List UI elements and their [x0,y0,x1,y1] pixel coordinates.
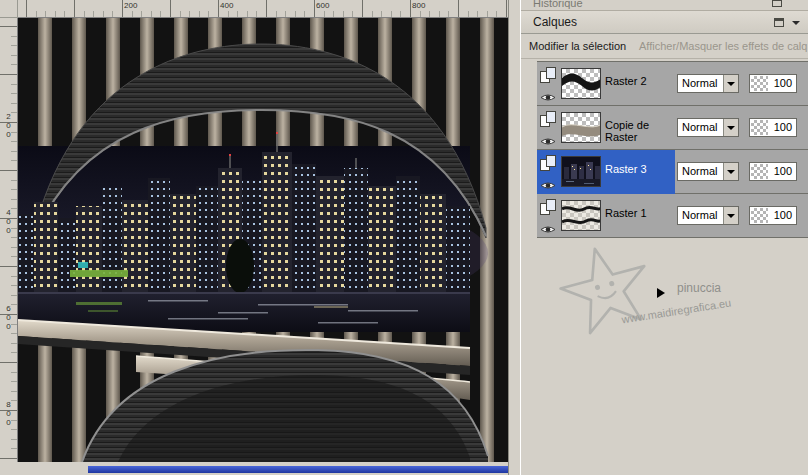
opacity-checker-icon [751,76,768,91]
canvas-artwork [18,18,508,462]
horizontal-ruler: 200 400 600 800 [18,0,508,18]
bottom-strip [18,462,520,475]
layer-select-area[interactable]: Raster 1 [537,194,675,238]
float-panel-icon[interactable] [774,18,784,27]
opacity-checker-icon [751,164,768,179]
ruler-label: 400 [220,1,233,10]
ruler-corner [0,0,18,18]
raster-layer-icon [540,155,558,172]
combo-arrow-icon[interactable] [723,119,738,136]
modify-selection-button[interactable]: Modifier la sélection [529,40,626,52]
watermark-site: www.maidiregrafica.eu [621,296,732,325]
history-panel-header[interactable]: Historique [521,0,808,11]
layer-row-copie-de-raster[interactable]: Copie de Raster Normal 100 [537,106,808,150]
opacity-field[interactable]: 100 [749,162,797,181]
ruler-label: 400 [3,208,13,235]
blend-mode-select[interactable]: Normal [677,74,739,93]
layer-thumbnail [561,112,601,143]
layer-select-area[interactable]: Raster 2 [537,62,675,106]
ruler-label: 600 [3,304,13,331]
combo-arrow-icon[interactable] [723,75,738,92]
image-canvas[interactable] [18,18,508,462]
panel-menu-arrow-icon[interactable] [792,21,800,25]
star-watermark-icon [548,232,665,352]
ruler-label: 200 [3,112,13,139]
raster-layer-icon [540,199,558,216]
visibility-eye-icon[interactable] [540,221,556,233]
layer-name: Copie de Raster [605,119,675,143]
layers-palette: Historique Calques Modifier la sélection… [520,0,808,475]
ruler-label: 800 [412,1,425,10]
visibility-eye-icon[interactable] [540,89,556,101]
layer-name: Raster 2 [605,75,647,87]
visibility-eye-icon[interactable] [540,177,556,189]
layers-toolbar: Modifier la sélection Afficher/Masquer l… [521,34,808,59]
layer-thumbnail [561,68,601,99]
raster-layer-icon [540,111,558,128]
layers-panel-header[interactable]: Calques [521,11,808,34]
ruler-label: 600 [316,1,329,10]
watermark: pinuccia www.maidiregrafica.eu [551,243,801,373]
blend-mode-select[interactable]: Normal [677,118,739,137]
vertical-ruler: 200 400 600 800 [0,18,18,462]
opacity-field[interactable]: 100 [749,74,797,93]
combo-arrow-icon[interactable] [723,207,738,224]
layer-thumbnail [561,156,601,187]
panel-splitter[interactable] [508,0,520,475]
layer-select-area[interactable]: Copie de Raster [537,106,675,150]
window-edge-bar [88,466,526,473]
cursor-arrow [657,288,665,298]
toggle-layer-effects-button[interactable]: Afficher/Masquer les effets de calq [639,40,807,52]
visibility-eye-icon[interactable] [540,133,556,145]
opacity-field[interactable]: 100 [749,118,797,137]
layer-name: Raster 3 [605,163,647,175]
history-title: Historique [533,0,583,9]
blend-mode-select[interactable]: Normal [677,206,739,225]
opacity-checker-icon [751,120,768,135]
layer-thumbnail [561,200,601,231]
opacity-field[interactable]: 100 [749,206,797,225]
raster-layer-icon [540,67,558,84]
blend-mode-select[interactable]: Normal [677,162,739,181]
ruler-label: 200 [124,1,137,10]
layer-name: Raster 1 [605,207,647,219]
layers-list: Raster 2 Normal 100 [537,61,808,238]
opacity-checker-icon [751,208,768,223]
layer-row-raster-2[interactable]: Raster 2 Normal 100 [537,62,808,106]
float-panel-icon[interactable] [772,0,782,7]
ruler-label: 800 [3,400,13,427]
layers-panel-title: Calques [533,15,577,29]
layer-row-raster-1[interactable]: Raster 1 Normal 100 [537,194,808,238]
combo-arrow-icon[interactable] [723,163,738,180]
layer-select-area[interactable]: Raster 3 [537,150,675,194]
layer-row-raster-3[interactable]: Raster 3 Normal 100 [537,150,808,194]
watermark-name: pinuccia [677,281,721,295]
